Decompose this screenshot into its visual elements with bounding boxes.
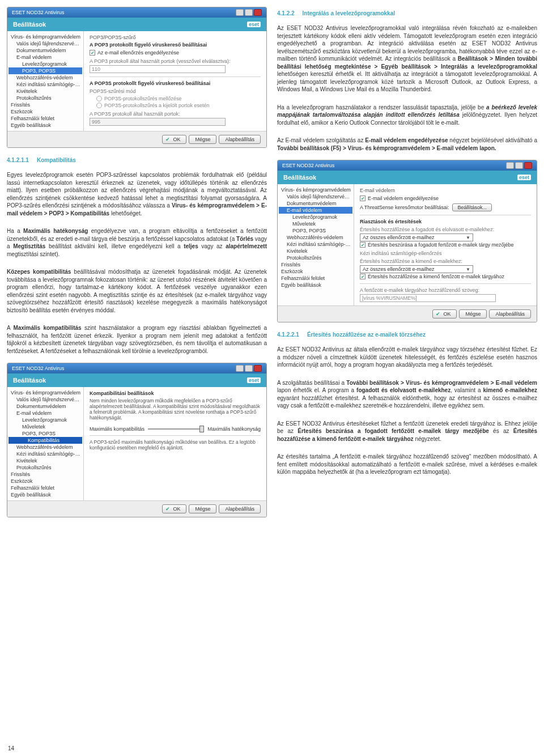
tree-item[interactable]: Kézi indítású számítógép-ellenőrzés	[279, 241, 352, 248]
maximize-icon[interactable]	[515, 162, 523, 169]
field-label: A ThreatSense keresőmotor beállításai:	[360, 205, 449, 210]
panel-header: Beállítások eset	[7, 18, 266, 31]
settings-button[interactable]: Beállítások...	[452, 203, 492, 211]
window-titlebar: ESET NOD32 Antivirus	[278, 160, 537, 171]
settings-panel: POP3/POP3S-szűrő A POP3 protokollt figye…	[84, 31, 266, 131]
tree-item[interactable]: Eszközök	[8, 108, 82, 115]
tree-item[interactable]: Eszközök	[279, 268, 352, 275]
tree-item[interactable]: Dokumentumvédelem	[8, 47, 82, 54]
ok-button[interactable]: OK	[162, 135, 186, 144]
tree-item[interactable]: Kézi indítású számítógép-ellenőrzés	[8, 451, 82, 457]
dropdown-value: Az összes ellenőrzött e-mailhez	[363, 266, 435, 272]
body-text: Közepes kompatibilitás beállításával mód…	[7, 268, 267, 314]
dropdown-received[interactable]: Az összes ellenőrzött e-mailhez ▼	[360, 233, 473, 241]
close-icon[interactable]	[524, 162, 532, 169]
tree-item[interactable]: POP3, POP3S	[279, 227, 352, 234]
close-icon[interactable]	[254, 365, 262, 372]
cancel-button[interactable]: Mégse	[189, 504, 216, 513]
settings-tree[interactable]: Vírus- és kémprogramvédelem Valós idejű …	[278, 184, 354, 305]
tree-item[interactable]: Frissítés	[279, 261, 352, 268]
tree-item[interactable]: Valós idejű fájlrendszervédelem	[8, 396, 82, 403]
tree-item[interactable]: Egyéb beállítások	[8, 491, 82, 498]
panel-header-title: Beállítások	[13, 21, 46, 28]
maximize-icon[interactable]	[245, 365, 253, 372]
tree-item[interactable]: Dokumentumvédelem	[279, 200, 352, 207]
tree-item[interactable]: Webhozzáférés-védelem	[8, 444, 82, 451]
tree-item[interactable]: Felhasználói felület	[8, 115, 82, 122]
tree-item[interactable]: Protokollszűrés	[279, 254, 352, 261]
tree-item[interactable]: POP3, POP3S	[8, 430, 82, 437]
tree-item[interactable]: Protokollszűrés	[8, 464, 82, 471]
slider-right-label: Maximális hatékonyság	[207, 426, 261, 432]
chevron-down-icon: ▼	[466, 235, 470, 240]
tree-item-selected[interactable]: Kompatibilitás	[8, 437, 82, 444]
default-button[interactable]: Alapbeállítás	[219, 135, 261, 144]
tree-item[interactable]: Felhasználói felület	[8, 485, 82, 491]
checkbox-icon[interactable]: ✔	[360, 196, 366, 201]
settings-tree[interactable]: Vírus- és kémprogramvédelem Valós idejű …	[7, 31, 84, 131]
tree-item[interactable]: Eszközök	[8, 478, 82, 485]
checkbox-icon[interactable]: ✔	[360, 274, 366, 279]
tag-input[interactable]: [vírus %VIRUSNAME%]	[360, 294, 496, 302]
tree-item[interactable]: Valós idejű fájlrendszervédelem	[279, 193, 352, 200]
tree-item[interactable]: Webhozzáférés-védelem	[279, 234, 352, 241]
tree-item[interactable]: Protokollszűrés	[8, 95, 82, 101]
tree-item[interactable]: Egyéb beállítások	[8, 122, 82, 129]
cancel-button[interactable]: Mégse	[459, 309, 487, 318]
section-title: Értesítés hozzáfűzése az e-mailek törzsé…	[307, 332, 426, 338]
radio-icon[interactable]	[96, 96, 102, 101]
checkbox-label: Értesítés hozzáfűzése a kimenő fertőzött…	[368, 274, 504, 279]
footnote-text: A POP3-szűrő maximális hatékonyságú műkö…	[90, 439, 261, 451]
checkbox-icon[interactable]: ✔	[360, 242, 366, 248]
radio-icon[interactable]	[96, 103, 102, 108]
window-titlebar: ESET NOD32 Antivirus	[7, 7, 266, 18]
tree-item[interactable]: Frissítés	[8, 101, 82, 108]
tree-item[interactable]: Kivételek	[8, 457, 82, 464]
dropdown-value: Az összes ellenőrzött e-mailhez	[363, 235, 435, 240]
tree-item[interactable]: Levelezőprogramok	[8, 61, 82, 67]
tree-item-selected[interactable]: E-mail védelem	[279, 207, 352, 214]
tree-item[interactable]: Kézi indítású számítógép-ellenőrzés	[8, 81, 82, 88]
compat-slider[interactable]: Maximális kompatibilitás Maximális haték…	[90, 426, 261, 432]
checkbox-icon[interactable]: ✔	[90, 50, 95, 56]
body-text: Az E-mail védelem szolgáltatás az E-mail…	[277, 137, 537, 152]
tree-item[interactable]: Levelezőprogramok	[8, 417, 82, 423]
tree-item[interactable]: Vírus- és kémprogramvédelem	[8, 33, 82, 40]
eset-logo: eset	[247, 377, 261, 383]
cancel-button[interactable]: Mégse	[189, 135, 216, 144]
tree-item[interactable]: Vírus- és kémprogramvédelem	[279, 186, 352, 193]
ok-button[interactable]: OK	[162, 504, 186, 513]
tree-item[interactable]: Dokumentumvédelem	[8, 403, 82, 410]
tree-item[interactable]: E-mail védelem	[8, 410, 82, 417]
default-button[interactable]: Alapbeállítás	[489, 309, 531, 318]
dropdown-sent[interactable]: Az összes ellenőrzött e-mailhez ▼	[360, 265, 473, 273]
tree-item[interactable]: Felhasználói felület	[279, 275, 352, 282]
body-text: Ha a Maximális hatékonyság engedélyezve …	[7, 227, 267, 258]
tree-item[interactable]: Kivételek	[279, 248, 352, 254]
tree-item[interactable]: Frissítés	[8, 471, 82, 478]
minimize-icon[interactable]	[236, 365, 244, 372]
ports-input[interactable]: 110	[90, 65, 226, 73]
eset-logo: eset	[517, 175, 531, 180]
tree-item[interactable]: Levelezőprogramok	[279, 214, 352, 220]
close-icon[interactable]	[254, 9, 262, 16]
minimize-icon[interactable]	[236, 9, 244, 16]
tree-item[interactable]: Valós idejű fájlrendszervédelem	[8, 40, 82, 47]
default-button[interactable]: Alapbeállítás	[219, 504, 261, 513]
window-buttons	[506, 162, 532, 169]
maximize-icon[interactable]	[245, 9, 253, 16]
ok-button[interactable]: OK	[432, 309, 457, 318]
tree-item-selected[interactable]: POP3, POP3S	[8, 67, 82, 74]
tree-item[interactable]: Műveletek	[279, 220, 352, 227]
tree-item[interactable]: Kivételek	[8, 88, 82, 95]
checkbox-label: Értesítés beszúrása a fogadott fertőzött…	[368, 242, 514, 248]
tree-item[interactable]: Egyéb beállítások	[279, 282, 352, 288]
settings-tree[interactable]: Vírus- és kémprogramvédelem Valós idejű …	[7, 387, 84, 500]
tree-item[interactable]: Vírus- és kémprogramvédelem	[8, 389, 82, 396]
tree-item[interactable]: Műveletek	[8, 423, 82, 430]
chevron-down-icon: ▼	[466, 267, 470, 272]
tree-item[interactable]: E-mail védelem	[8, 54, 82, 61]
window-title: ESET NOD32 Antivirus	[282, 163, 334, 168]
minimize-icon[interactable]	[506, 162, 514, 169]
tree-item[interactable]: Webhozzáférés-védelem	[8, 74, 82, 81]
